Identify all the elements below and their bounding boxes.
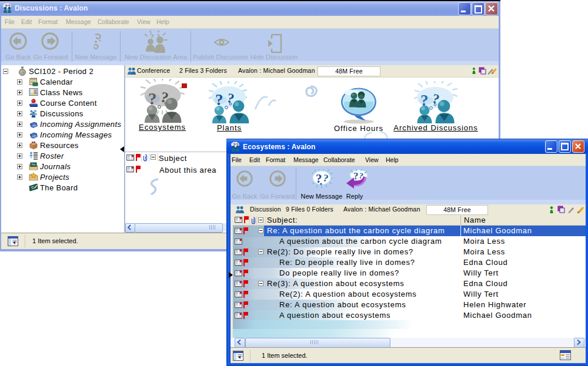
svg-text:?: ? bbox=[353, 170, 359, 182]
